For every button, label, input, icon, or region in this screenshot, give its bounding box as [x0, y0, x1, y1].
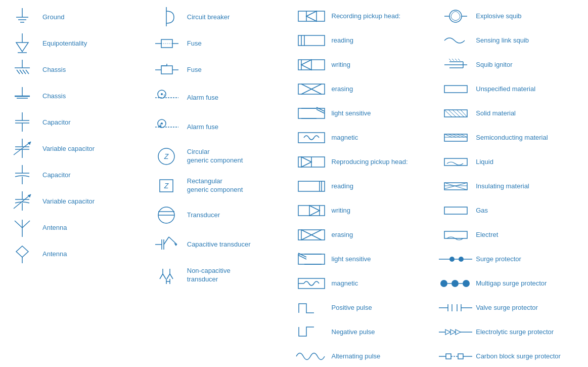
column-4: Explosive squib Sensing link squib — [438, 5, 583, 367]
symbol-fuse1 — [152, 32, 182, 55]
item-antenna2: Antenna — [5, 242, 150, 266]
label-sensing-link-squib: Sensing link squib — [476, 36, 529, 45]
label-capacitor1: Capacitor — [42, 118, 71, 127]
symbol-insulating-material — [440, 179, 471, 194]
svg-point-156 — [459, 257, 464, 262]
svg-line-137 — [457, 110, 464, 117]
label-non-capacitive-transducer: Non-capacitive transducer — [187, 267, 231, 284]
svg-marker-25 — [28, 142, 31, 145]
symbol-capacitor2 — [7, 164, 37, 186]
svg-marker-172 — [456, 330, 461, 335]
item-transducer: Transducer — [150, 201, 294, 229]
svg-marker-107 — [309, 206, 320, 216]
label-fuse2: Fuse — [187, 66, 202, 74]
label-alarm-fuse2: Alarm fuse — [187, 123, 218, 132]
symbol-surge-protector — [440, 252, 471, 267]
svg-line-36 — [22, 221, 30, 228]
svg-line-129 — [452, 59, 454, 61]
label-multigap-surge: Multigap surge protector — [476, 279, 547, 288]
item-antenna1: Antenna — [5, 216, 150, 240]
item-chassis2: Chassis — [5, 84, 150, 108]
item-rep-erasing: erasing — [294, 224, 439, 246]
svg-rect-93 — [298, 108, 325, 118]
label-valve-surge: Valve surge protector — [476, 304, 538, 312]
svg-point-158 — [440, 280, 447, 287]
symbol-explosive-squib — [440, 7, 471, 25]
label-reproducing-head: Reproducing pickup head: — [332, 158, 408, 167]
label-unspecified-material: Unspecified material — [476, 85, 535, 94]
item-squib-ignitor: Squib ignitor — [438, 54, 583, 76]
svg-marker-39 — [16, 246, 28, 257]
symbol-unspecified-material — [440, 81, 471, 97]
symbol-capacitor1 — [7, 111, 37, 134]
item-solid-material: Solid material — [438, 102, 583, 125]
item-insulating-material: Insulating material — [438, 175, 583, 197]
symbol-liquid — [440, 154, 471, 170]
svg-line-79 — [167, 274, 170, 279]
label-alternating-pulse: Alternating pulse — [332, 352, 381, 361]
svg-line-143 — [453, 134, 460, 137]
svg-rect-105 — [298, 206, 325, 216]
symbol-chassis2 — [7, 85, 37, 107]
item-alarm-fuse1: Alarm fuse — [150, 84, 294, 111]
item-electret: Electret — [438, 224, 583, 246]
symbol-rec-reading — [296, 31, 327, 50]
symbol-rec-magnetic — [296, 129, 327, 147]
symbol-rep-light-sensitive — [296, 250, 327, 268]
svg-line-97 — [316, 109, 325, 113]
item-circular-generic: Z Circular generic component — [150, 143, 294, 170]
item-liquid: Liquid — [438, 151, 583, 173]
item-capacitive-transducer: Capacitive transducer — [150, 231, 294, 258]
symbol-electrolytic-surge — [440, 324, 471, 340]
item-rep-light-sensitive: light sensitive — [294, 248, 439, 270]
item-reproducing-head: Reproducing pickup head: — [294, 151, 439, 173]
svg-line-96 — [316, 107, 325, 111]
item-sensing-link-squib: Sensing link squib — [438, 29, 583, 52]
label-alarm-fuse1: Alarm fuse — [187, 94, 218, 102]
label-circular-generic: Circular generic component — [187, 148, 243, 165]
symbol-rectangular-generic: Z — [152, 173, 182, 198]
item-fuse2: Fuse — [150, 58, 294, 82]
label-gas: Gas — [476, 207, 488, 215]
item-multigap-surge: Multigap surge protector — [438, 272, 583, 295]
item-circuit-breaker: Circuit breaker — [150, 5, 294, 29]
item-unspecified-material: Unspecified material — [438, 78, 583, 100]
symbol-variable-capacitor2 — [7, 190, 37, 213]
svg-marker-89 — [301, 60, 311, 70]
svg-rect-146 — [444, 158, 467, 166]
symbol-ground — [7, 6, 37, 28]
svg-rect-152 — [444, 231, 467, 238]
symbol-recording-head — [296, 7, 327, 25]
svg-rect-175 — [446, 354, 451, 359]
symbol-equipotentiality — [7, 32, 37, 55]
item-rep-reading: reading — [294, 175, 439, 197]
symbol-alarm-fuse2 — [152, 114, 182, 140]
label-ground: Ground — [42, 13, 64, 22]
column-3: Recording pickup head: reading — [294, 5, 439, 367]
symbol-alternating-pulse — [296, 347, 327, 365]
svg-line-145 — [461, 134, 467, 137]
column-2: Circuit breaker Fuse — [150, 5, 294, 367]
svg-rect-102 — [298, 181, 325, 191]
label-surge-protector: Surge protector — [476, 255, 521, 264]
item-chassis1: Chassis — [5, 58, 150, 82]
symbol-fuse2 — [152, 59, 182, 81]
symbol-rep-reading — [296, 177, 327, 195]
item-electrolytic-surge: Electrolytic surge protector — [438, 321, 583, 343]
symbol-circuit-breaker — [152, 6, 182, 28]
symbol-chassis1 — [7, 59, 37, 81]
label-recording-head: Recording pickup head: — [332, 12, 401, 21]
label-solid-material: Solid material — [476, 109, 516, 118]
symbol-rec-writing — [296, 56, 327, 74]
item-non-capacitive-transducer: Non-capacitive transducer — [150, 260, 294, 290]
svg-marker-5 — [16, 43, 28, 52]
label-fuse1: Fuse — [187, 39, 202, 48]
label-rep-writing: writing — [332, 207, 351, 215]
svg-line-135 — [448, 110, 456, 117]
column-1: Ground Equipotentiality — [5, 5, 150, 367]
item-rec-writing: writing — [294, 54, 439, 76]
label-carbon-block-surge: Carbon block surge protector — [476, 352, 561, 361]
item-rep-writing: writing — [294, 199, 439, 222]
svg-line-80 — [170, 274, 173, 279]
svg-line-141 — [444, 134, 452, 137]
